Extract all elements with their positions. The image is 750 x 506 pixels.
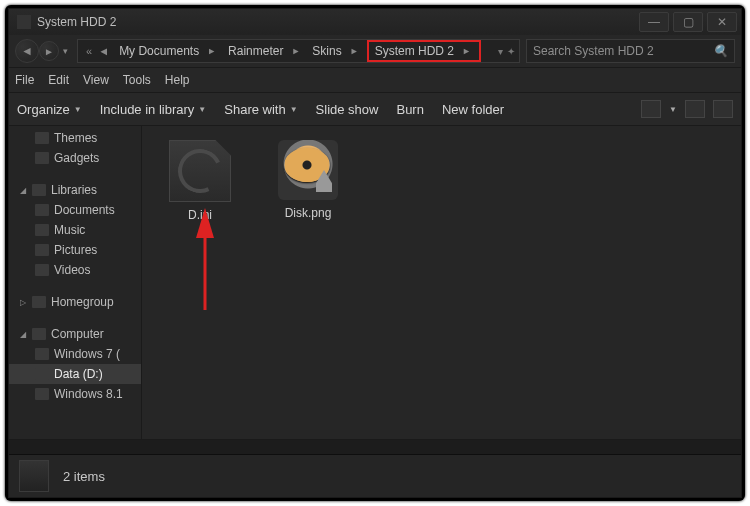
change-view-button[interactable] xyxy=(641,100,661,118)
menu-tools[interactable]: Tools xyxy=(123,73,151,87)
titlebar: System HDD 2 — ▢ ✕ xyxy=(9,9,741,35)
breadcrumb-rainmeter[interactable]: Rainmeter► xyxy=(224,41,306,61)
breadcrumb-overflow[interactable]: « ◄ xyxy=(82,41,113,61)
horizontal-scrollbar[interactable] xyxy=(9,439,741,454)
file-d-ini[interactable]: D.ini xyxy=(160,140,240,222)
preview-pane-button[interactable] xyxy=(685,100,705,118)
star-icon: ✦ xyxy=(507,46,515,57)
tree-windows81[interactable]: Windows 8.1 xyxy=(9,384,141,404)
tree-gadgets[interactable]: Gadgets xyxy=(9,148,141,168)
history-dropdown[interactable]: ▾ xyxy=(59,40,71,62)
tree-libraries[interactable]: ◢Libraries xyxy=(9,180,141,200)
menu-bar: File Edit View Tools Help xyxy=(9,68,741,93)
breadcrumb-my-documents[interactable]: My Documents► xyxy=(115,41,222,61)
annotation-arrow xyxy=(190,215,220,315)
slideshow-button[interactable]: Slide show xyxy=(316,102,379,117)
back-button[interactable]: ◄ xyxy=(15,39,39,63)
file-disk-png[interactable]: Disk.png xyxy=(268,140,348,220)
navigation-pane: Themes Gadgets ◢Libraries Documents Musi… xyxy=(9,126,142,439)
breadcrumb-current[interactable]: System HDD 2► xyxy=(367,40,481,62)
status-text: 2 items xyxy=(63,469,105,484)
organize-button[interactable]: Organize ▼ xyxy=(17,102,82,117)
tree-homegroup[interactable]: ▷Homegroup xyxy=(9,292,141,312)
share-with-button[interactable]: Share with ▼ xyxy=(224,102,297,117)
png-thumbnail-icon xyxy=(278,140,338,200)
forward-button[interactable]: ► xyxy=(39,41,59,61)
menu-help[interactable]: Help xyxy=(165,73,190,87)
change-view-dropdown[interactable]: ▼ xyxy=(669,105,677,114)
search-input[interactable]: Search System HDD 2 🔍 xyxy=(526,39,735,63)
navigation-bar: ◄ ► ▾ « ◄ My Documents► Rainmeter► Skins… xyxy=(9,35,741,68)
help-button[interactable] xyxy=(713,100,733,118)
new-folder-button[interactable]: New folder xyxy=(442,102,504,117)
menu-file[interactable]: File xyxy=(15,73,34,87)
include-in-library-button[interactable]: Include in library ▼ xyxy=(100,102,207,117)
menu-edit[interactable]: Edit xyxy=(48,73,69,87)
item-view[interactable]: D.ini Disk.png xyxy=(142,126,741,439)
tree-videos[interactable]: Videos xyxy=(9,260,141,280)
tree-data-d[interactable]: Data (D:) xyxy=(9,364,141,384)
tree-computer[interactable]: ◢Computer xyxy=(9,324,141,344)
close-button[interactable]: ✕ xyxy=(707,12,737,32)
search-icon: 🔍 xyxy=(713,44,728,58)
tree-music[interactable]: Music xyxy=(9,220,141,240)
maximize-button[interactable]: ▢ xyxy=(673,12,703,32)
window-icon xyxy=(17,15,31,29)
tree-themes[interactable]: Themes xyxy=(9,128,141,148)
address-bar[interactable]: « ◄ My Documents► Rainmeter► Skins► Syst… xyxy=(77,39,520,63)
file-explorer-window: System HDD 2 — ▢ ✕ ◄ ► ▾ « ◄ My Document… xyxy=(8,8,742,498)
menu-view[interactable]: View xyxy=(83,73,109,87)
breadcrumb-skins[interactable]: Skins► xyxy=(308,41,364,61)
tree-documents[interactable]: Documents xyxy=(9,200,141,220)
details-pane-icon xyxy=(19,460,49,492)
burn-button[interactable]: Burn xyxy=(396,102,423,117)
tree-windows7[interactable]: Windows 7 ( xyxy=(9,344,141,364)
toolbar: Organize ▼ Include in library ▼ Share wi… xyxy=(9,93,741,126)
tree-pictures[interactable]: Pictures xyxy=(9,240,141,260)
window-title: System HDD 2 xyxy=(37,15,116,29)
status-bar: 2 items xyxy=(9,454,741,497)
minimize-button[interactable]: — xyxy=(639,12,669,32)
ini-file-icon xyxy=(169,140,231,202)
dropdown-arrow-icon[interactable]: ▾ xyxy=(498,46,503,57)
